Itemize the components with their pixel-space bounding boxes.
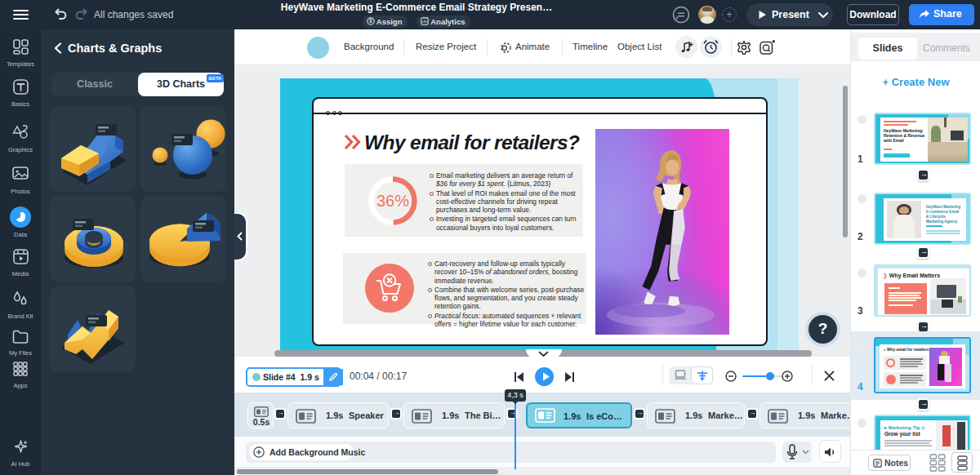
svg-text:36%: 36%	[376, 192, 409, 210]
